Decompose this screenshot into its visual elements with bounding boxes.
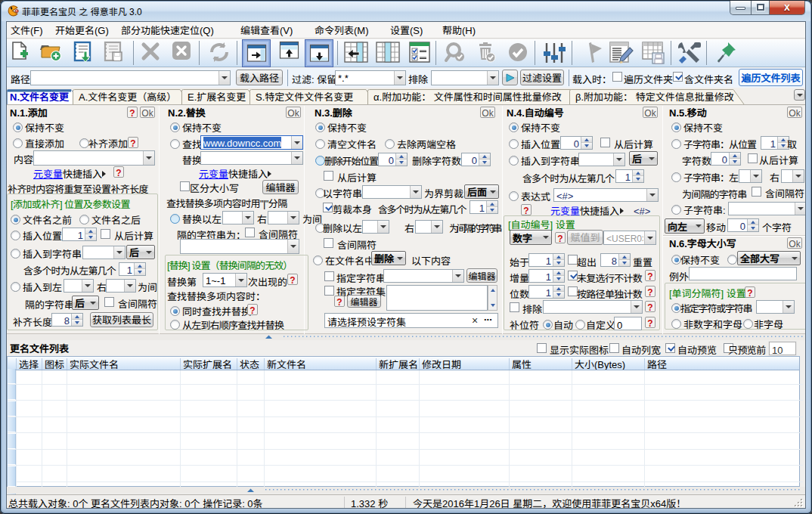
svg-text:A.文件名变更（高级）: A.文件名变更（高级）: [79, 89, 176, 104]
svg-text:S.特定文件文件名变更: S.特定文件文件名变更: [256, 89, 353, 104]
svg-text:N.文件名变更: N.文件名变更: [10, 89, 70, 104]
svg-text:α.附加功能： 文件属性和时间属性批量修改: α.附加功能： 文件属性和时间属性批量修改: [373, 89, 562, 104]
svg-text:E.扩展名变更: E.扩展名变更: [188, 89, 246, 104]
svg-text:β.附加功能： 特定文件信息批量修改: β.附加功能： 特定文件信息批量修改: [575, 89, 734, 104]
